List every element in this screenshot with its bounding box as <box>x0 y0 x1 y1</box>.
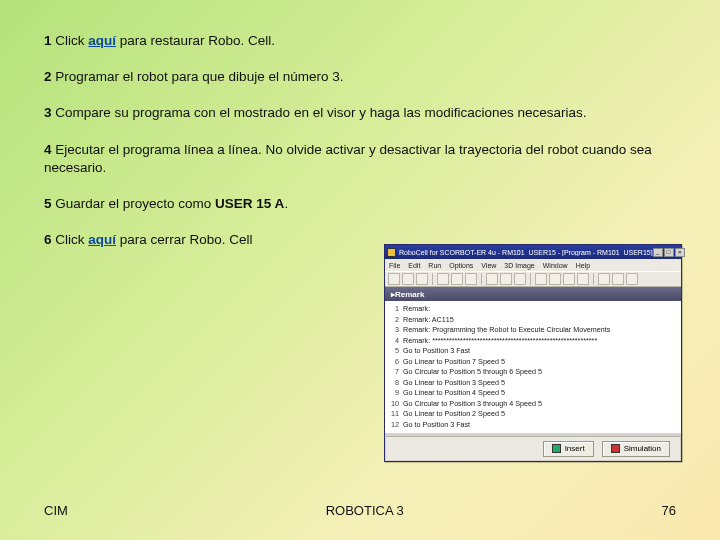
tool-new-icon[interactable] <box>388 273 400 285</box>
step-1: 1 Click aquí para restaurar Robo. Cell. <box>44 32 676 50</box>
tool-b-icon[interactable] <box>612 273 624 285</box>
simulation-icon <box>611 444 620 453</box>
listing-row[interactable]: 12Go to Position 3 Fast <box>389 420 677 431</box>
footer-page: 76 <box>662 503 676 518</box>
listing-row[interactable]: 3Remark: Programming the Robot to Execut… <box>389 325 677 336</box>
footer-center: ROBOTICA 3 <box>326 503 404 518</box>
menu-run[interactable]: Run <box>428 262 441 269</box>
listing-row[interactable]: 1Remark: <box>389 304 677 315</box>
step-3-num: 3 <box>44 105 52 120</box>
maximize-icon[interactable]: □ <box>664 248 674 257</box>
tool-3d-icon[interactable] <box>563 273 575 285</box>
listing-row[interactable]: 10Go Circular to Position 3 through 4 Sp… <box>389 399 677 410</box>
listing-row[interactable]: 6Go Linear to Position 7 Speed 5 <box>389 357 677 368</box>
tool-home-icon[interactable] <box>535 273 547 285</box>
toolbar-sep <box>432 273 433 285</box>
tool-grip-icon[interactable] <box>577 273 589 285</box>
menu-view[interactable]: View <box>481 262 496 269</box>
menu-help[interactable]: Help <box>576 262 590 269</box>
menu-window[interactable]: Window <box>543 262 568 269</box>
insert-icon <box>552 444 561 453</box>
program-listing: 1Remark: 2Remark: AC115 3Remark: Program… <box>385 301 681 433</box>
listing-row[interactable]: 5Go to Position 3 Fast <box>389 346 677 357</box>
toolbar-sep <box>481 273 482 285</box>
listing-row[interactable]: 8Go Linear to Position 3 Speed 5 <box>389 378 677 389</box>
step-4-num: 4 <box>44 142 52 157</box>
tool-step-icon[interactable] <box>500 273 512 285</box>
menu-edit[interactable]: Edit <box>408 262 420 269</box>
app-icon <box>387 248 396 257</box>
tool-teach-icon[interactable] <box>549 273 561 285</box>
step-4: 4 Ejecutar el programa línea a línea. No… <box>44 141 676 177</box>
menubar: File Edit Run Options View 3D Image Wind… <box>385 259 681 271</box>
close-icon[interactable]: × <box>675 248 685 257</box>
slide-footer: CIM ROBOTICA 3 76 <box>0 503 720 518</box>
link-close[interactable]: aquí <box>88 232 116 247</box>
project-name: USER 15 A <box>215 196 284 211</box>
toolbar-sep <box>593 273 594 285</box>
bottom-bar: Insert Simulation <box>386 436 680 460</box>
tool-copy-icon[interactable] <box>451 273 463 285</box>
menu-3d[interactable]: 3D Image <box>504 262 534 269</box>
link-restore[interactable]: aquí <box>88 33 116 48</box>
listing-row[interactable]: 4Remark: *******************************… <box>389 336 677 347</box>
footer-left: CIM <box>44 503 68 518</box>
step-5-num: 5 <box>44 196 52 211</box>
step-5: 5 Guardar el proyecto como USER 15 A. <box>44 195 676 213</box>
listing-row[interactable]: 11Go Linear to Position 2 Speed 5 <box>389 409 677 420</box>
listing-row[interactable]: 7Go Circular to Position 5 through 6 Spe… <box>389 367 677 378</box>
tool-save-icon[interactable] <box>416 273 428 285</box>
section-header: ▸ Remark <box>385 287 681 301</box>
tool-stop-icon[interactable] <box>514 273 526 285</box>
toolbar <box>385 271 681 287</box>
titlebar: RoboCell for SCORBOT-ER 4u - RM101_USER1… <box>385 245 681 259</box>
step-6-num: 6 <box>44 232 52 247</box>
tool-run-icon[interactable] <box>486 273 498 285</box>
insert-button[interactable]: Insert <box>543 441 594 457</box>
robocell-window: RoboCell for SCORBOT-ER 4u - RM101_USER1… <box>384 244 682 462</box>
simulation-button[interactable]: Simulation <box>602 441 670 457</box>
tool-open-icon[interactable] <box>402 273 414 285</box>
step-2: 2 Programar el robot para que dibuje el … <box>44 68 676 86</box>
tool-paste-icon[interactable] <box>465 273 477 285</box>
step-1-num: 1 <box>44 33 52 48</box>
menu-options[interactable]: Options <box>449 262 473 269</box>
menu-file[interactable]: File <box>389 262 400 269</box>
tool-cut-icon[interactable] <box>437 273 449 285</box>
toolbar-sep <box>530 273 531 285</box>
tool-c-icon[interactable] <box>626 273 638 285</box>
window-title: RoboCell for SCORBOT-ER 4u - RM101_USER1… <box>399 249 653 256</box>
section-label: Remark <box>395 290 424 299</box>
minimize-icon[interactable]: _ <box>653 248 663 257</box>
listing-row[interactable]: 9Go Linear to Position 4 Speed 5 <box>389 388 677 399</box>
step-3: 3 Compare su programa con el mostrado en… <box>44 104 676 122</box>
step-2-num: 2 <box>44 69 52 84</box>
tool-a-icon[interactable] <box>598 273 610 285</box>
listing-row[interactable]: 2Remark: AC115 <box>389 315 677 326</box>
